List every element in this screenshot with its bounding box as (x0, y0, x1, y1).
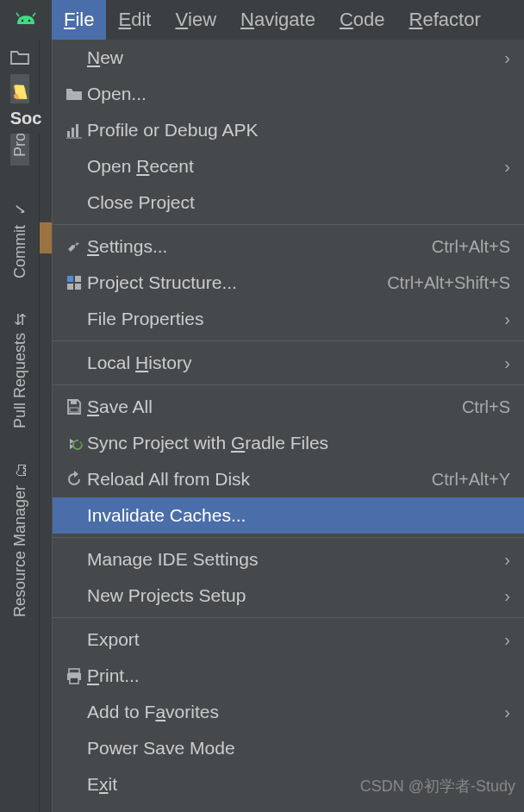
svg-point-1 (28, 20, 31, 22)
menu-separator (53, 340, 524, 341)
menu-item-label: Open... (87, 84, 510, 104)
menu-item-open[interactable]: Open... (53, 76, 524, 112)
svg-rect-14 (69, 669, 79, 673)
menu-item-label: New Projects Setup (87, 585, 496, 606)
svg-rect-4 (67, 131, 70, 137)
menu-item-shortcut: Ctrl+S (462, 397, 510, 417)
menu-item-project-structure[interactable]: Project Structure...Ctrl+Alt+Shift+S (53, 265, 524, 301)
menubar-item-view[interactable]: View (163, 0, 228, 40)
menubar-item-refactor[interactable]: Refactor (397, 0, 493, 40)
project-name-label: Soc (0, 103, 52, 134)
left-tool-rail: Project📁Commit✓Pull Requests⇵Resource Ma… (0, 40, 40, 812)
menu-item-new-projects-setup[interactable]: New Projects Setup› (53, 578, 524, 614)
menu-item-label: Close Project (87, 192, 510, 213)
watermark: CSDN @初学者-Study (360, 776, 515, 796)
menu-item-settings[interactable]: Settings...Ctrl+Alt+S (53, 228, 524, 265)
menu-item-label: Save All (87, 397, 453, 417)
menu-item-new[interactable]: New› (53, 40, 524, 76)
menu-item-label: Reload All from Disk (87, 469, 423, 490)
menu-item-label: Power Save Mode (87, 738, 510, 759)
menu-item-add-to-favorites[interactable]: Add to Favorites› (53, 694, 524, 730)
svg-rect-6 (76, 124, 78, 137)
rail-tab-commit[interactable]: Commit✓ (10, 191, 29, 287)
wrench-icon (61, 237, 87, 256)
menu-item-power-save-mode[interactable]: Power Save Mode (53, 730, 524, 766)
menu-item-label: Invalidate Caches... (87, 505, 510, 526)
project-icon: 📁 (10, 83, 29, 102)
menu-item-invalidate-caches[interactable]: Invalidate Caches... (53, 497, 524, 534)
menu-item-save-all[interactable]: Save AllCtrl+S (53, 389, 524, 425)
selected-tree-indicator (40, 222, 52, 253)
commit-icon: ✓ (10, 200, 28, 219)
menu-item-label: Open Recent (87, 156, 496, 177)
chevron-right-icon: › (504, 353, 510, 373)
chevron-right-icon: › (504, 48, 510, 68)
svg-line-3 (33, 13, 35, 16)
menubar-item-navigate[interactable]: Navigate (228, 0, 328, 40)
sync-gradle-icon (61, 434, 87, 453)
menu-item-label: Add to Favorites (87, 702, 496, 722)
file-menu-dropdown: New›Open...Profile or Debug APKOpen Rece… (52, 40, 524, 812)
menu-separator (53, 384, 524, 385)
svg-rect-16 (70, 678, 78, 684)
menu-item-sync-project-with-gradle-files[interactable]: Sync Project with Gradle Files (53, 425, 524, 461)
menu-item-manage-ide-settings[interactable]: Manage IDE Settings› (53, 541, 524, 578)
menu-item-reload-all-from-disk[interactable]: Reload All from DiskCtrl+Alt+Y (53, 461, 524, 497)
svg-line-2 (16, 13, 19, 16)
svg-rect-12 (70, 408, 78, 412)
menu-item-label: Settings... (87, 236, 423, 257)
svg-point-0 (22, 20, 24, 22)
svg-rect-7 (67, 276, 73, 282)
rail-tab-pull-requests[interactable]: Pull Requests⇵ (10, 304, 29, 437)
menubar-item-edit[interactable]: Edit (106, 0, 163, 40)
structure-icon (61, 273, 87, 292)
rail-tab-label: Pull Requests (10, 333, 28, 428)
menu-item-shortcut: Ctrl+Alt+Y (432, 470, 510, 490)
menu-item-label: Local History (87, 353, 496, 373)
menu-item-export[interactable]: Export› (53, 621, 524, 658)
chevron-right-icon: › (504, 630, 510, 650)
chevron-right-icon: › (504, 550, 510, 570)
menu-separator (53, 537, 524, 538)
menubar: FileEditViewNavigateCodeRefactor (0, 0, 524, 40)
rail-tab-label: Commit (10, 225, 28, 278)
menu-item-label: File Properties (87, 309, 496, 329)
menu-item-close-project[interactable]: Close Project (53, 184, 524, 221)
resource-manager-icon: 🗂 (12, 462, 28, 480)
folder-icon (61, 84, 87, 103)
svg-rect-5 (72, 128, 74, 137)
menu-item-label: New (87, 47, 496, 68)
menu-item-label: Print... (87, 665, 510, 686)
pull-requests-icon: ⇵ (13, 310, 26, 329)
menu-separator (53, 224, 524, 225)
svg-rect-11 (71, 400, 77, 404)
rail-tab-resource-manager[interactable]: Resource Manager🗂 (10, 454, 29, 626)
menu-item-label: Export (87, 629, 496, 650)
menubar-item-file[interactable]: File (52, 0, 106, 40)
menu-item-label: Manage IDE Settings (87, 549, 496, 570)
print-icon (61, 666, 87, 685)
menu-item-profile-or-debug-apk[interactable]: Profile or Debug APK (53, 112, 524, 148)
svg-rect-9 (67, 284, 73, 290)
menu-item-label: Project Structure... (87, 272, 378, 293)
chevron-right-icon: › (504, 157, 510, 177)
svg-rect-8 (75, 276, 81, 282)
chevron-right-icon: › (504, 586, 510, 606)
chevron-right-icon: › (504, 703, 510, 722)
reload-icon (61, 470, 87, 489)
menubar-item-code[interactable]: Code (328, 0, 397, 40)
menu-item-print[interactable]: Print... (53, 658, 524, 694)
android-logo-icon (0, 0, 52, 40)
save-icon (61, 397, 87, 416)
menu-item-label: Sync Project with Gradle Files (87, 433, 510, 453)
menu-item-local-history[interactable]: Local History› (53, 345, 524, 381)
menu-item-label: Profile or Debug APK (87, 120, 510, 141)
folder-icon[interactable] (0, 40, 40, 74)
menu-item-open-recent[interactable]: Open Recent› (53, 148, 524, 184)
menu-separator (53, 617, 524, 618)
menu-item-file-properties[interactable]: File Properties› (53, 301, 524, 337)
rail-tab-label: Resource Manager (10, 485, 28, 617)
chart-icon (61, 121, 87, 140)
menu-item-shortcut: Ctrl+Alt+S (432, 237, 510, 257)
svg-rect-10 (75, 284, 81, 290)
